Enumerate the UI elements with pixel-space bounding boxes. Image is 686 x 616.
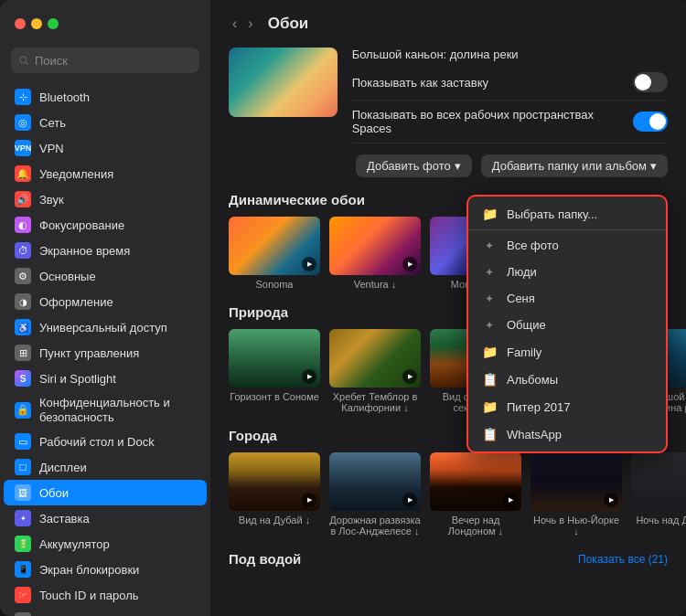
thumb-c1[interactable]: ▶: [229, 452, 320, 511]
sidebar-item-desktop[interactable]: ▭ Рабочий стол и Dock: [4, 429, 207, 454]
thumb-label-n1: Горизонт в Сономе: [230, 391, 319, 402]
wallpaper-info: Большой каньон: долина реки Показывать к…: [352, 48, 668, 143]
sidebar-item-vpn[interactable]: VPN VPN: [4, 135, 207, 161]
notifications-icon: 🔔: [15, 165, 31, 182]
wallpaper-header: Большой каньон: долина реки Показывать к…: [229, 48, 668, 143]
sidebar-item-network[interactable]: ◎ Сеть: [4, 110, 207, 135]
whatsapp-icon: 📋: [481, 427, 498, 441]
thumb-label-n2: Хребет Темблор в Калифорнии ↓: [329, 391, 421, 413]
screensaver-toggle-label: Показывать как заставку: [352, 76, 488, 90]
thumb-item-c2: ▶ Дорожная развязка в Лос-Анджелесе ↓: [329, 452, 421, 536]
sidebar-item-general[interactable]: ⚙ Основные: [4, 263, 207, 289]
back-button[interactable]: ‹: [229, 14, 241, 34]
thumb-label-c4: Ночь в Нью-Йорке ↓: [531, 515, 622, 536]
thumb-ventura[interactable]: ▶: [329, 217, 421, 275]
thumb-label-c5: Ночь над Дубаем: [636, 515, 686, 526]
spaces-toggle[interactable]: [633, 112, 668, 132]
dropdown-item-shared[interactable]: ✦ Общие: [468, 312, 666, 338]
wallpaper-name: Большой каньон: долина реки: [352, 48, 668, 61]
sidebar-item-battery[interactable]: 🔋 Аккумулятор: [4, 531, 207, 557]
thumb-label-ventura: Ventura ↓: [354, 279, 396, 290]
dropdown-item-senya[interactable]: ✦ Сеня: [468, 285, 666, 312]
sidebar-item-privacy[interactable]: 🔒 Конфиденциальность и безопасность: [4, 391, 207, 429]
dropdown-item-whatsapp[interactable]: 📋 WhatsApp: [468, 420, 666, 448]
dropdown-item-people[interactable]: ✦ Люди: [468, 259, 666, 285]
thumb-sonoma[interactable]: ▶: [229, 217, 320, 275]
sidebar-item-notifications[interactable]: 🔔 Уведомления: [4, 161, 207, 186]
fullscreen-button[interactable]: [48, 18, 59, 29]
thumb-item-sonoma: ▶ Sonoma: [229, 217, 320, 290]
search-box[interactable]: Поиск: [11, 48, 199, 73]
nav-buttons: ‹ ›: [229, 14, 257, 34]
dropdown-item-albums[interactable]: 📋 Альбомы: [468, 366, 666, 393]
sidebar-item-displays[interactable]: □ Дисплеи: [4, 454, 207, 480]
forward-button[interactable]: ›: [244, 14, 256, 34]
titlebar: [0, 0, 210, 48]
sidebar-item-focus[interactable]: ◐ Фокусирование: [4, 212, 207, 238]
sidebar-item-wallpaper[interactable]: 🖼 Обои: [4, 480, 207, 505]
underwater-section-header: Под водой Показать все (21): [229, 551, 668, 567]
sidebar-item-screensaver[interactable]: ✦ Заставка: [4, 505, 207, 531]
lockscreen-icon: 📱: [15, 561, 31, 578]
screensaver-icon: ✦: [15, 510, 31, 526]
thumb-c5[interactable]: [631, 452, 686, 511]
thumb-item-n2: ▶ Хребет Темблор в Калифорнии ↓: [329, 329, 421, 413]
dropdown-item-all-photos[interactable]: ✦ Все фото: [468, 232, 666, 259]
desktop-icon: ▭: [15, 433, 31, 450]
dropdown-item-family[interactable]: 📁 Family: [468, 338, 666, 366]
albums-icon: 📋: [481, 372, 498, 387]
spaces-toggle-label: Показывать во всех рабочих пространствах…: [352, 108, 634, 135]
thumb-c2[interactable]: ▶: [329, 452, 421, 511]
main-content: ‹ › Обои Большой каньон: долина реки Пок…: [210, 0, 686, 616]
people-icon: ✦: [481, 266, 498, 279]
cities-section-title: Города: [229, 428, 277, 443]
piter-icon: 📁: [481, 399, 498, 414]
accessibility-icon: ♿: [15, 319, 31, 335]
all-photos-icon: ✦: [481, 239, 498, 252]
sidebar-item-screentime[interactable]: ⏱ Экранное время: [4, 238, 207, 263]
minimize-button[interactable]: [31, 18, 42, 29]
close-button[interactable]: [15, 18, 26, 29]
sidebar-item-siri[interactable]: S Siri и Spotlight: [4, 366, 207, 391]
sidebar-item-users[interactable]: 👤 Пользователи и группы: [4, 608, 207, 616]
play-icon-n2: ▶: [402, 369, 417, 384]
page-title: Обои: [268, 15, 309, 33]
underwater-section-title: Под водой: [229, 551, 301, 567]
shared-icon: ✦: [481, 319, 498, 332]
appearance-icon: ◑: [15, 293, 31, 310]
thumb-item-n1: ▶ Горизонт в Сономе: [229, 329, 320, 413]
thumb-label-c1: Вид на Дубай ↓: [239, 515, 310, 526]
sidebar-item-lockscreen[interactable]: 📱 Экран блокировки: [4, 557, 207, 582]
underwater-show-all[interactable]: Показать все (21): [578, 553, 668, 566]
sidebar-item-sound[interactable]: 🔊 Звук: [4, 186, 207, 212]
screensaver-toggle[interactable]: [633, 72, 668, 92]
sidebar-item-bluetooth[interactable]: ⊹ Bluetooth: [4, 84, 207, 110]
sidebar-item-touchid[interactable]: ☞ Touch ID и пароль: [4, 582, 207, 608]
privacy-icon: 🔒: [15, 402, 31, 419]
thumb-c4[interactable]: ▶: [531, 452, 622, 511]
main-window: Поиск ⊹ Bluetooth ◎ Сеть VPN VPN 🔔 Уведо…: [0, 0, 686, 616]
sidebar-item-appearance[interactable]: ◑ Оформление: [4, 289, 207, 314]
sidebar-items-list: ⊹ Bluetooth ◎ Сеть VPN VPN 🔔 Уведомления…: [0, 80, 210, 616]
play-icon-c3: ▶: [503, 493, 518, 507]
wallpaper-preview: [229, 48, 338, 117]
screensaver-toggle-row: Показывать как заставку: [352, 65, 668, 101]
chevron-down-icon-2: ▾: [650, 159, 657, 173]
thumb-c3[interactable]: ▶: [430, 452, 521, 511]
dropdown-item-piter[interactable]: 📁 Питер 2017: [468, 393, 666, 420]
toolbar-row: Добавить фото ▾ Добавить папку или альбо…: [229, 154, 668, 177]
sidebar-item-control[interactable]: ⊞ Пункт управления: [4, 340, 207, 366]
thumb-n1[interactable]: ▶: [229, 329, 320, 388]
add-photo-button[interactable]: Добавить фото ▾: [356, 154, 472, 177]
siri-icon: S: [15, 370, 31, 387]
sidebar-item-accessibility[interactable]: ♿ Универсальный доступ: [4, 314, 207, 340]
traffic-lights: [15, 18, 59, 29]
thumb-item-c5: Ночь над Дубаем: [631, 452, 686, 536]
play-icon-c1: ▶: [302, 493, 316, 507]
chevron-down-icon: ▾: [455, 159, 461, 173]
thumb-n2[interactable]: ▶: [329, 329, 421, 388]
dropdown-item-choose-folder[interactable]: 📁 Выбрать папку...: [468, 200, 666, 228]
add-folder-button[interactable]: Добавить папку или альбом ▾: [481, 154, 668, 177]
main-header: ‹ › Обои: [210, 0, 686, 48]
play-icon-c2: ▶: [402, 493, 417, 507]
